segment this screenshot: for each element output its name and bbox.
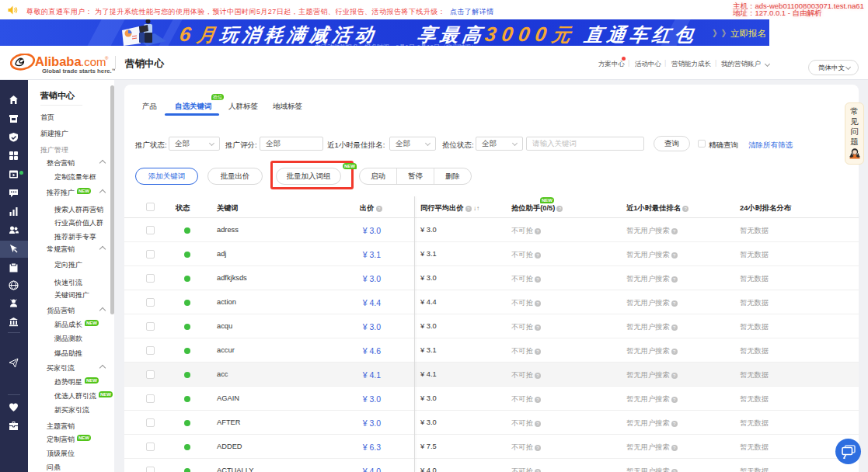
svg-text:Alibaba: Alibaba <box>35 54 82 68</box>
svg-text:.com: .com <box>81 55 106 68</box>
svg-text:®: ® <box>105 56 109 61</box>
svg-text:Global trade starts here.™: Global trade starts here.™ <box>42 68 115 75</box>
